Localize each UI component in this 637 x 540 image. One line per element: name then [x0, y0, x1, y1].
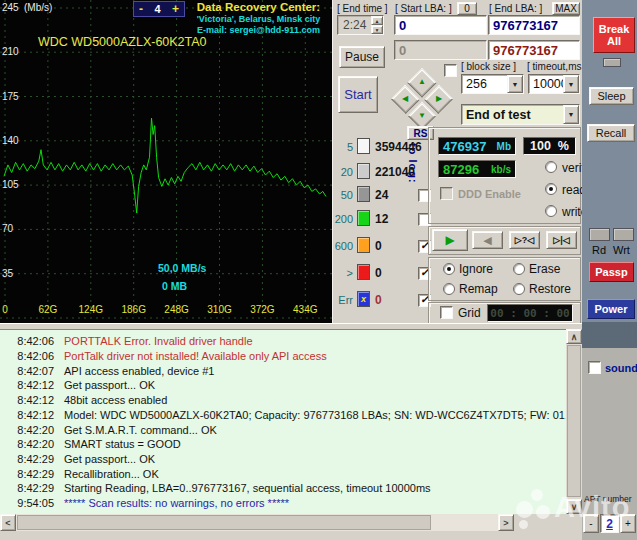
error-x-icon: x — [361, 295, 366, 304]
log-vertical-scrollbar[interactable]: ∧ ∨ — [566, 329, 582, 514]
break-all-button[interactable]: Break All — [593, 17, 635, 53]
end-time-spinner[interactable]: 2:24 ▲ ▼ — [337, 15, 384, 35]
rewind-button[interactable]: ◀ — [472, 231, 503, 249]
drive-model-label: WDC WD5000AZLX-60K2TA0 — [38, 35, 207, 49]
restore-radio[interactable] — [513, 283, 525, 295]
log-horizontal-scrollbar[interactable]: < > — [0, 514, 514, 531]
start-button[interactable]: Start — [338, 76, 378, 113]
graph-zoom-control: - 4 + — [133, 1, 185, 17]
seek-option-checkbox[interactable]: ✓ — [444, 64, 457, 77]
power-button[interactable]: Power — [587, 299, 635, 319]
scroll-left-button[interactable]: < — [0, 514, 16, 531]
x-axis-tick-label: 124G — [79, 304, 103, 315]
x-axis-tick-label: 310G — [207, 304, 231, 315]
counter-color-block — [357, 237, 370, 253]
y-axis-unit-label: (Mb/s) — [24, 2, 52, 13]
verify-radio[interactable] — [545, 161, 557, 173]
counter-value: 221040 — [375, 165, 415, 179]
sound-checkbox[interactable]: ✓ — [588, 361, 601, 374]
log-message: Recallibration... OK — [64, 468, 159, 480]
log-time: 8:42:07 — [8, 365, 54, 377]
timeout-label: [ timeout,ms ] — [527, 61, 587, 72]
end-lba-input[interactable]: 976773167 — [488, 15, 580, 35]
counter-row-5: 5 3594446 — [333, 140, 433, 158]
timeout-value: 10000 — [529, 75, 563, 93]
timeout-combo[interactable]: 10000 ▼ — [528, 74, 580, 94]
play-button[interactable]: ▶ — [432, 229, 468, 251]
total-read-unit: Mb — [497, 141, 511, 152]
apt-number-value[interactable]: 2 — [600, 514, 619, 533]
remap-radio[interactable] — [443, 283, 455, 295]
banner-subtitle: 'Victoria', Belarus, Minsk city — [186, 14, 331, 25]
seek-defect-button[interactable]: ▷?◁ — [509, 231, 540, 249]
ignore-label: Ignore — [459, 262, 493, 276]
dropdown-arrow-icon[interactable]: ▼ — [563, 105, 579, 124]
dropdown-arrow-icon[interactable]: ▼ — [507, 75, 523, 93]
erase-radio[interactable] — [513, 263, 525, 275]
right-arrow-icon: ▶ — [436, 95, 442, 103]
y-axis-tick-label: 35 — [2, 268, 13, 279]
start-lba-label: [ Start LBA: ] — [395, 3, 452, 14]
down-arrow-icon: ▼ — [418, 112, 426, 120]
ignore-radio[interactable] — [443, 263, 455, 275]
log-time: 8:42:20 — [8, 424, 54, 436]
zoom-out-button[interactable]: - — [139, 3, 143, 15]
counter-threshold-label: 20 — [333, 166, 353, 178]
x-axis-tick-label: 186G — [121, 304, 145, 315]
seek-end-button[interactable]: ▷|◁ — [546, 231, 577, 249]
scroll-right-button[interactable]: > — [498, 514, 514, 531]
cursor-speed-readout: 50,0 MB/s — [158, 262, 206, 274]
passport-button[interactable]: Passp — [589, 262, 634, 282]
up-arrow-icon: ▲ — [418, 78, 426, 86]
grid-checkbox[interactable]: ✓ — [440, 306, 453, 319]
scroll-up-button[interactable]: ∧ — [566, 329, 582, 344]
recall-button[interactable]: Recall — [587, 124, 635, 142]
counter-color-block — [357, 138, 370, 154]
dropdown-arrow-icon[interactable]: ▼ — [563, 75, 579, 93]
log-time: 9:54:05 — [8, 497, 54, 509]
block-size-combo[interactable]: 256 ▼ — [461, 74, 524, 94]
spin-down-icon[interactable]: ▼ — [371, 25, 383, 34]
apt-increment-button[interactable]: + — [620, 514, 636, 533]
write-radio[interactable] — [545, 205, 557, 217]
log-time: 8:42:12 — [8, 379, 54, 391]
read-radio[interactable] — [545, 183, 557, 195]
log-message: API access enabled, device #1 — [64, 365, 214, 377]
x-axis-tick-label: 372G — [250, 304, 274, 315]
y-axis-tick-label: 70 — [2, 223, 13, 234]
spin-up-icon[interactable]: ▲ — [371, 16, 383, 25]
pause-button[interactable]: Pause — [339, 46, 385, 68]
end-time-label: [ End time ] — [337, 3, 388, 14]
counter-value: 0 — [375, 239, 382, 253]
counter-color-block — [357, 264, 370, 280]
counter-value: 3594446 — [375, 140, 422, 154]
restore-label: Restore — [529, 282, 571, 296]
rewind-icon: ◀ — [483, 234, 491, 247]
counter-threshold-label: 200 — [333, 213, 353, 225]
apt-decrement-button[interactable]: - — [583, 514, 599, 533]
max-lba-button[interactable]: MAX — [552, 2, 580, 15]
grid-label: Grid — [458, 306, 481, 320]
counter-color-block — [357, 186, 370, 202]
log-message: Get S.M.A.R.T. command... OK — [64, 424, 217, 436]
block-size-label: [ block size ] — [461, 61, 516, 72]
horizontal-scroll-thumb[interactable] — [17, 515, 431, 530]
y-axis-tick-label: 175 — [2, 91, 19, 102]
banner-title: Data Recovery Center: — [186, 1, 331, 14]
zoom-in-button[interactable]: + — [172, 3, 179, 15]
start-lba-input[interactable]: 0 — [394, 15, 487, 35]
corner-filler — [514, 514, 582, 531]
scroll-down-button[interactable]: ∨ — [566, 499, 582, 514]
vertical-scroll-thumb[interactable] — [567, 345, 581, 497]
total-read-value: 476937 — [443, 139, 486, 154]
counter-color-block: x — [357, 291, 370, 307]
elapsed-timer-display: 00 : 00 : 00 — [487, 304, 573, 322]
counter-value: 12 — [375, 212, 388, 226]
sleep-button[interactable]: Sleep — [589, 87, 634, 105]
end-of-test-combo[interactable]: End of test ▼ — [461, 104, 580, 125]
ddd-enable-checkbox[interactable]: ✓ — [440, 187, 453, 200]
zero-lba-button[interactable]: 0 — [457, 2, 477, 15]
log-message: Get passport... OK — [64, 453, 155, 465]
counter-color-block — [357, 163, 370, 179]
counter-threshold-label: Err — [333, 294, 353, 306]
